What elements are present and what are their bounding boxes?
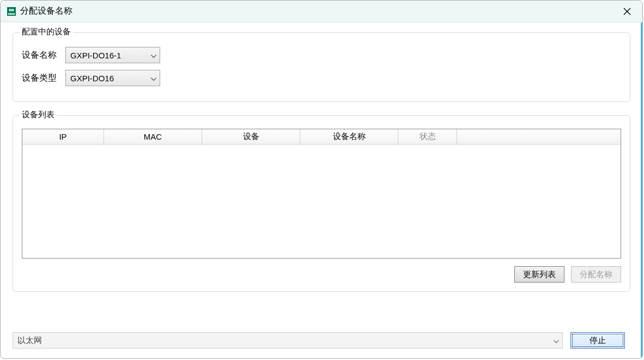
dialog-body: 配置中的设备 设备名称 GXPI-DO16-1 设备类型 GXPI-DO16 [1,22,642,358]
chevron-down-icon [151,74,156,83]
device-list-groupbox: 设备列表 IP MAC 设备 设备名称 状态 更新列表 分配名称 [13,115,630,292]
svg-rect-2 [9,9,14,11]
dialog-window: 分配设备名称 配置中的设备 设备名称 GXPI-DO16-1 [0,0,643,359]
col-device[interactable]: 设备 [202,129,300,145]
label-device-type: 设备类型 [22,73,65,84]
titlebar: 分配设备名称 [1,1,642,22]
config-groupbox: 配置中的设备 设备名称 GXPI-DO16-1 设备类型 GXPI-DO16 [13,32,630,102]
device-table[interactable]: IP MAC 设备 设备名称 状态 [22,129,621,259]
bottom-row: 以太网 停止 [13,332,630,349]
config-legend: 配置中的设备 [20,27,73,37]
chevron-down-icon [554,336,559,345]
network-interface-value: 以太网 [17,335,42,346]
window-title: 分配设备名称 [20,5,72,17]
device-type-select[interactable]: GXPI-DO16 [65,70,160,86]
label-device-name: 设备名称 [22,50,65,61]
row-device-name: 设备名称 GXPI-DO16-1 [22,47,621,63]
stop-button[interactable]: 停止 [570,332,625,349]
row-device-type: 设备类型 GXPI-DO16 [22,70,621,86]
network-interface-select[interactable]: 以太网 [13,332,563,349]
device-type-value: GXPI-DO16 [70,74,114,83]
col-ip[interactable]: IP [22,129,104,145]
list-buttons: 更新列表 分配名称 [22,266,621,283]
col-spacer [457,129,621,145]
svg-rect-3 [8,13,15,15]
device-name-value: GXPI-DO16-1 [70,51,121,60]
refresh-list-button[interactable]: 更新列表 [514,266,564,283]
col-device-name[interactable]: 设备名称 [300,129,398,145]
device-list-legend: 设备列表 [20,110,57,120]
chevron-down-icon [151,51,156,60]
close-button[interactable] [616,1,638,22]
app-icon [7,7,16,16]
assign-name-button: 分配名称 [571,266,621,283]
device-name-select[interactable]: GXPI-DO16-1 [65,47,160,63]
table-header-row: IP MAC 设备 设备名称 状态 [22,129,621,145]
col-status[interactable]: 状态 [398,129,457,145]
close-icon [623,8,631,15]
col-mac[interactable]: MAC [104,129,202,145]
